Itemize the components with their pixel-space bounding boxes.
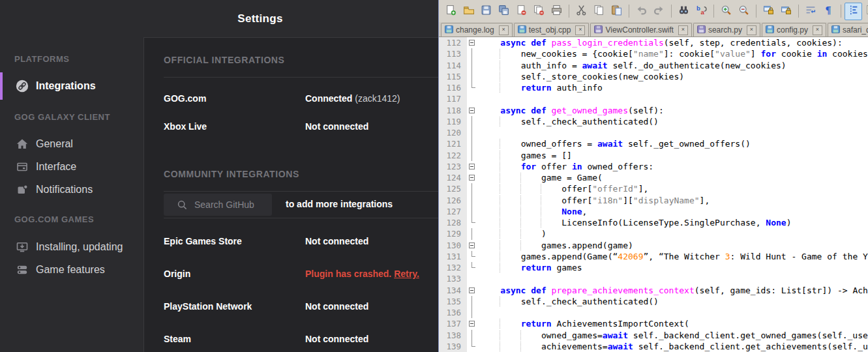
line-number: 115 [439,71,467,82]
fold-margin [467,116,477,127]
fold-margin [467,138,477,149]
cut-button[interactable] [573,3,590,20]
function-list-icon [865,5,868,18]
fold-margin [467,307,477,318]
fold-margin [467,273,477,284]
sidebar-item-integrations[interactable]: Integrations [0,74,143,98]
copy-button[interactable] [590,3,608,20]
find-button[interactable] [675,3,693,20]
settings-content: OFFICIAL INTEGRATIONS GOG.comConnected (… [144,37,438,352]
saved-file-icon [594,25,603,35]
line-number: 136 [439,307,467,318]
fold-margin [467,330,477,341]
copy-icon [593,5,605,18]
print-button[interactable] [548,3,565,20]
retry-link[interactable]: Retry. [394,269,419,279]
fold-toggle-icon[interactable] [467,172,477,183]
code-line: 117 [439,93,868,104]
tab-close-icon[interactable]: × [813,25,822,35]
fold-margin [467,60,477,71]
sync-horizontal-scroll-icon [781,5,792,18]
search-github-box[interactable] [164,194,272,216]
save-button[interactable] [477,3,495,20]
integration-name: Epic Games Store [164,236,242,246]
tab-change-log[interactable]: change.log× [441,23,513,37]
redo-button[interactable] [650,3,668,20]
saved-file-icon [697,25,706,35]
tab-close-icon[interactable]: × [499,25,509,35]
redo-icon [653,5,665,18]
integration-name: PlayStation Network [164,301,252,312]
line-number: 117 [439,93,467,104]
fold-toggle-icon[interactable] [467,105,477,116]
indent-guide-button[interactable] [845,3,862,20]
code-text: game = Game( [477,172,868,183]
tab-close-icon[interactable]: × [575,25,585,35]
show-all-characters-button[interactable]: ¶ [820,3,837,20]
fold-toggle-icon[interactable] [467,37,477,48]
sync-vertical-scroll-button[interactable] [760,3,777,20]
code-line: 135 self._check_authenticated() [439,296,868,307]
find-icon [678,5,689,18]
line-number: 130 [439,240,467,251]
toolbar-separator [841,5,841,18]
sidebar-item-game-features[interactable]: Game features [0,258,143,282]
new-file-button[interactable] [442,3,460,20]
sync-horizontal-scroll-button[interactable] [777,3,795,20]
tab-test-obj-cpp[interactable]: test_obj.cpp× [514,23,590,37]
sidebar-item-notifications[interactable]: Notifications [0,178,143,201]
fold-toggle-icon[interactable] [467,161,477,172]
code-line: 127 None, [439,206,868,217]
zoom-out-button[interactable] [735,3,753,20]
close-all-documents-icon [533,5,545,18]
tab-config-py[interactable]: config.py× [762,23,826,37]
code-text: games.append(Game(“42069”, “The Witcher … [477,251,868,262]
toolbar-separator [798,5,799,18]
sidebar-item-installing-updating[interactable]: Installing, updating [0,235,143,259]
open-file-button[interactable] [460,3,477,20]
toolbar-separator [569,5,569,18]
fold-toggle-icon[interactable] [467,285,477,296]
close-all-documents-button[interactable] [530,3,548,20]
sidebar-item-interface[interactable]: Interface [0,155,143,179]
fold-margin [467,82,477,93]
undo-button[interactable] [633,3,650,20]
paste-button[interactable] [608,3,625,20]
code-text [477,307,868,318]
svg-text:a: a [700,8,704,15]
code-line: 116 return auth_info [439,82,868,93]
code-line: 132 return games [439,262,868,273]
tab-search-py[interactable]: search.py× [693,23,760,37]
divider [164,77,438,78]
fold-toggle-icon[interactable] [467,240,477,251]
integration-row-playstation-network: PlayStation NetworkNot connected [164,300,438,314]
save-icon [481,5,492,18]
close-document-button[interactable] [513,3,530,20]
divider [164,191,438,192]
fold-toggle-icon[interactable] [467,318,477,329]
code-text: async def get_owned_games(self): [477,105,868,116]
sidebar-item-general[interactable]: General [0,132,143,156]
line-number: 114 [439,60,467,71]
code-editor[interactable]: 112 async def pass_login_credentials(sel… [439,37,868,352]
word-wrap-button[interactable] [802,3,820,20]
tab-close-icon[interactable]: × [747,25,756,35]
zoom-in-button[interactable] [717,3,735,20]
line-number: 122 [439,150,467,161]
tab-safari-downloader-py[interactable]: safari_downloader.py× [828,23,868,37]
show-all-characters-icon: ¶ [823,5,834,18]
code-text: return auth_info [477,82,868,93]
save-all-button[interactable] [495,3,513,20]
tab-close-icon[interactable]: × [678,25,688,35]
code-line: 118 async def get_owned_games(self): [439,105,868,116]
line-number: 139 [439,341,467,352]
replace-button[interactable]: ba [693,3,710,20]
tab-viewcontroller-swift[interactable]: ViewController.swift× [590,23,691,37]
line-number: 125 [439,183,467,194]
code-line: 137 return AchievementsImportContext( [439,318,868,329]
cut-icon [576,5,587,18]
code-line: 113 new_cookies = {cookie["name"]: cooki… [439,48,868,59]
fold-margin [467,296,477,307]
function-list-button[interactable] [862,3,868,20]
search-input[interactable] [193,199,258,211]
